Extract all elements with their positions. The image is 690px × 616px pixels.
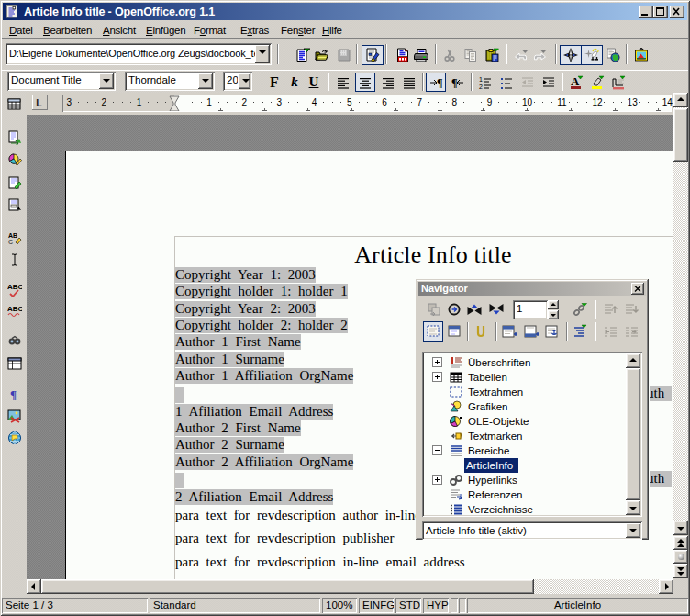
svg-text:C: C [8,239,13,245]
svg-text:1: 1 [479,76,483,83]
svg-text:2: 2 [479,84,483,90]
svg-text:ABC: ABC [7,283,22,291]
svg-text:¶: ¶ [437,76,442,89]
svg-text:AB: AB [8,232,17,239]
svg-text:A: A [571,75,580,88]
svg-text:ABC: ABC [7,305,22,313]
svg-text:¶: ¶ [10,387,17,401]
